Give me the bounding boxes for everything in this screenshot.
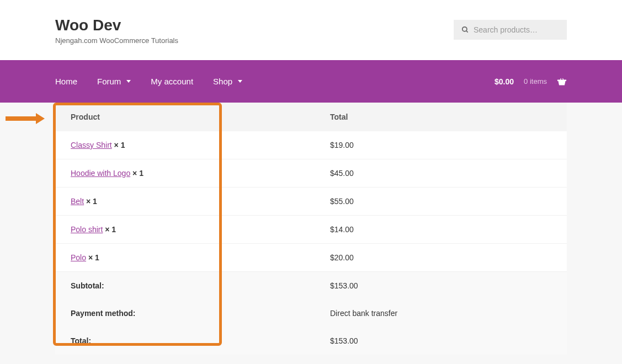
- chevron-down-icon: [238, 80, 242, 83]
- branding-block: Woo Dev Njengah.com WooCommerce Tutorial…: [55, 17, 178, 45]
- nav-menu: Home Forum My account Shop: [55, 77, 242, 86]
- search-box[interactable]: [454, 20, 567, 40]
- chevron-down-icon: [126, 80, 131, 83]
- table-row: Polo × 1 $20.00: [55, 244, 567, 272]
- content-area: Product Total Classy Shirt × 1 $19.00 Ho…: [0, 103, 622, 355]
- table-row: Hoodie with Logo × 1 $45.00: [55, 159, 567, 188]
- nav-label: Home: [55, 77, 77, 86]
- nav-label: Shop: [213, 77, 232, 86]
- basket-icon: [557, 77, 567, 86]
- product-price: $45.00: [330, 169, 551, 178]
- site-tagline: Njengah.com WooCommerce Tutorials: [55, 36, 178, 45]
- header-product: Product: [71, 113, 330, 121]
- nav-item-my-account[interactable]: My account: [151, 77, 193, 86]
- table-row: Polo shirt × 1 $14.00: [55, 216, 567, 244]
- primary-nav: Home Forum My account Shop $0.00 0 items: [0, 60, 622, 103]
- arrow-annotation: [6, 113, 45, 124]
- summary-row-total: Total: $153.00: [55, 327, 567, 355]
- summary-value: $153.00: [330, 281, 551, 290]
- product-price: $55.00: [330, 197, 551, 206]
- nav-label: Forum: [97, 77, 121, 86]
- summary-value: Direct bank transfer: [330, 309, 551, 318]
- summary-row-payment: Payment method: Direct bank transfer: [55, 299, 567, 327]
- order-details-table: Product Total Classy Shirt × 1 $19.00 Ho…: [55, 103, 567, 355]
- product-qty: × 1: [84, 197, 97, 206]
- product-price: $14.00: [330, 225, 551, 234]
- nav-item-shop[interactable]: Shop: [213, 77, 242, 86]
- table-row: Belt × 1 $55.00: [55, 188, 567, 216]
- summary-value: $153.00: [330, 336, 551, 345]
- site-title[interactable]: Woo Dev: [55, 17, 178, 34]
- product-link[interactable]: Polo: [71, 253, 86, 262]
- cart-price: $0.00: [495, 77, 514, 86]
- search-input[interactable]: [474, 25, 559, 34]
- product-link[interactable]: Polo shirt: [71, 225, 103, 234]
- header: Woo Dev Njengah.com WooCommerce Tutorial…: [0, 0, 622, 60]
- nav-item-forum[interactable]: Forum: [97, 77, 131, 86]
- cart-summary[interactable]: $0.00 0 items: [495, 77, 567, 86]
- product-link[interactable]: Hoodie with Logo: [71, 169, 130, 178]
- summary-row-subtotal: Subtotal: $153.00: [55, 272, 567, 299]
- summary-label: Payment method:: [71, 309, 330, 318]
- product-price: $19.00: [330, 141, 551, 149]
- product-qty: × 1: [86, 253, 99, 262]
- table-header: Product Total: [55, 103, 567, 131]
- header-total: Total: [330, 113, 551, 121]
- product-link[interactable]: Belt: [71, 197, 84, 206]
- product-link[interactable]: Classy Shirt: [71, 141, 112, 149]
- product-qty: × 1: [130, 169, 143, 178]
- cart-count: 0 items: [524, 77, 547, 85]
- arrow-shaft: [6, 116, 36, 121]
- product-qty: × 1: [103, 225, 116, 234]
- table-row: Classy Shirt × 1 $19.00: [55, 131, 567, 159]
- nav-item-home[interactable]: Home: [55, 77, 77, 86]
- arrow-head-icon: [36, 113, 45, 124]
- summary-label: Total:: [71, 336, 330, 345]
- product-qty: × 1: [112, 141, 125, 149]
- svg-point-0: [462, 27, 467, 31]
- product-price: $20.00: [330, 253, 551, 262]
- summary-label: Subtotal:: [71, 281, 330, 290]
- nav-label: My account: [151, 77, 193, 86]
- search-icon: [461, 26, 469, 34]
- svg-line-1: [466, 31, 468, 33]
